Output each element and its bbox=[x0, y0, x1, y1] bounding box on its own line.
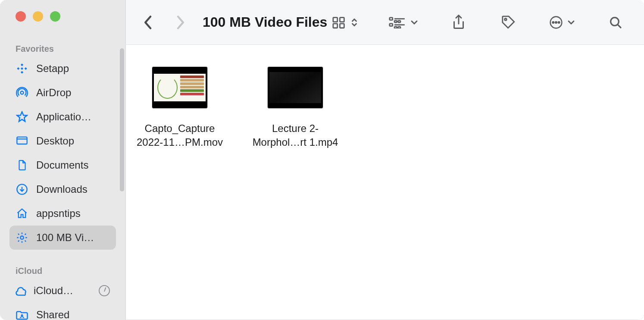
svg-point-9 bbox=[20, 236, 23, 239]
airdrop-icon bbox=[16, 86, 28, 99]
svg-line-29 bbox=[618, 25, 621, 28]
sidebar-item-airdrop[interactable]: AirDrop bbox=[9, 81, 116, 105]
svg-point-27 bbox=[558, 22, 560, 23]
sidebar-item-label: Downloads bbox=[36, 183, 88, 195]
svg-rect-1 bbox=[21, 67, 23, 70]
share-button[interactable] bbox=[449, 13, 468, 32]
finder-sidebar: Favorites Setapp AirDrop Applicatio… bbox=[0, 0, 126, 320]
sidebar-item-icloud-drive[interactable]: iCloud… bbox=[9, 279, 116, 303]
video-thumbnail bbox=[267, 66, 323, 109]
forward-button[interactable] bbox=[171, 13, 190, 32]
fullscreen-window-button[interactable] bbox=[50, 11, 60, 22]
shared-folder-icon bbox=[16, 308, 28, 320]
svg-rect-6 bbox=[17, 137, 27, 144]
svg-rect-22 bbox=[398, 26, 400, 28]
sidebar-section-icloud: iCloud bbox=[0, 250, 125, 279]
sidebar-item-downloads[interactable]: Downloads bbox=[9, 177, 116, 201]
navigation-buttons bbox=[139, 13, 190, 32]
sidebar-item-documents[interactable]: Documents bbox=[9, 153, 116, 177]
file-grid[interactable]: Capto_Capture 2022-11…PM.mov Lecture 2- … bbox=[126, 45, 644, 320]
finder-main: 100 MB Video Files bbox=[126, 0, 644, 320]
favorites-list: Setapp AirDrop Applicatio… Desktop bbox=[0, 56, 125, 250]
back-button[interactable] bbox=[139, 13, 158, 32]
desktop-icon bbox=[16, 135, 28, 147]
sidebar-item-label: appsntips bbox=[36, 207, 81, 220]
sidebar-item-label: Documents bbox=[36, 159, 88, 171]
svg-point-25 bbox=[553, 22, 554, 23]
svg-rect-2 bbox=[21, 71, 23, 74]
sidebar-item-home[interactable]: appsntips bbox=[9, 201, 116, 226]
sidebar-item-shared[interactable]: Shared bbox=[9, 303, 116, 320]
more-actions-button[interactable] bbox=[549, 16, 575, 29]
finder-window: Favorites Setapp AirDrop Applicatio… bbox=[0, 0, 644, 320]
finder-toolbar: 100 MB Video Files bbox=[126, 0, 644, 45]
file-name-line1: Capto_Capture bbox=[145, 122, 215, 134]
toolbar-right bbox=[332, 13, 625, 32]
svg-rect-20 bbox=[398, 20, 400, 22]
file-name: Lecture 2- Morphol…rt 1.mp4 bbox=[250, 122, 341, 150]
sidebar-item-label: 100 MB Vi… bbox=[36, 232, 94, 244]
tags-button[interactable] bbox=[499, 13, 518, 32]
gear-icon bbox=[16, 231, 28, 244]
downloads-icon bbox=[16, 183, 28, 196]
sync-progress-icon bbox=[99, 285, 110, 296]
svg-rect-12 bbox=[340, 17, 344, 22]
documents-icon bbox=[16, 159, 28, 172]
sidebar-item-label: AirDrop bbox=[36, 87, 71, 99]
close-window-button[interactable] bbox=[16, 11, 26, 22]
svg-rect-14 bbox=[340, 23, 344, 28]
sidebar-item-smart-folder[interactable]: 100 MB Vi… bbox=[9, 226, 116, 250]
svg-rect-3 bbox=[17, 67, 19, 70]
sidebar-item-label: Shared bbox=[36, 309, 69, 320]
thumbnail-preview bbox=[269, 72, 321, 103]
video-thumbnail bbox=[152, 66, 208, 109]
file-name-line2: 2022-11…PM.mov bbox=[137, 136, 223, 148]
svg-point-26 bbox=[555, 22, 556, 23]
cloud-icon bbox=[16, 284, 28, 297]
up-down-chevron-icon bbox=[351, 17, 358, 28]
sidebar-item-label: Setapp bbox=[36, 63, 69, 75]
sidebar-item-applications[interactable]: Applicatio… bbox=[9, 105, 116, 129]
search-button[interactable] bbox=[606, 13, 625, 32]
svg-rect-15 bbox=[390, 17, 393, 20]
sidebar-item-label: Applicatio… bbox=[36, 111, 91, 123]
file-name-line2: Morphol…rt 1.mp4 bbox=[253, 136, 338, 148]
sidebar-scrollbar[interactable] bbox=[119, 48, 125, 191]
svg-rect-19 bbox=[394, 20, 397, 22]
sidebar-item-label: Desktop bbox=[36, 135, 74, 147]
sidebar-item-desktop[interactable]: Desktop bbox=[9, 129, 116, 153]
svg-rect-21 bbox=[394, 26, 397, 28]
sidebar-item-setapp[interactable]: Setapp bbox=[9, 56, 116, 81]
chevron-down-icon bbox=[567, 19, 575, 25]
file-item[interactable]: Capto_Capture 2022-11…PM.mov bbox=[134, 66, 225, 150]
sidebar-item-label: iCloud… bbox=[34, 285, 73, 297]
svg-rect-16 bbox=[390, 23, 393, 26]
view-mode-button[interactable] bbox=[332, 16, 358, 29]
file-item[interactable]: Lecture 2- Morphol…rt 1.mp4 bbox=[250, 66, 341, 150]
svg-rect-11 bbox=[333, 17, 338, 22]
svg-point-23 bbox=[505, 18, 507, 20]
sidebar-section-favorites: Favorites bbox=[0, 26, 125, 56]
svg-rect-4 bbox=[25, 67, 27, 70]
applications-icon bbox=[16, 110, 28, 123]
thumbnail-preview bbox=[154, 74, 206, 101]
file-name: Capto_Capture 2022-11…PM.mov bbox=[134, 122, 225, 150]
file-name-line1: Lecture 2- bbox=[272, 122, 319, 134]
home-icon bbox=[16, 207, 28, 220]
icloud-list: iCloud… Shared bbox=[0, 279, 125, 320]
svg-rect-0 bbox=[21, 63, 23, 66]
svg-rect-13 bbox=[333, 23, 338, 28]
svg-point-5 bbox=[21, 91, 24, 94]
chevron-down-icon bbox=[410, 19, 418, 25]
folder-title: 100 MB Video Files bbox=[203, 14, 327, 30]
svg-point-10 bbox=[21, 314, 23, 317]
setapp-icon bbox=[16, 62, 28, 75]
window-controls bbox=[0, 0, 125, 26]
scrollbar-thumb[interactable] bbox=[120, 48, 124, 191]
group-by-button[interactable] bbox=[389, 16, 418, 28]
minimize-window-button[interactable] bbox=[33, 11, 43, 22]
